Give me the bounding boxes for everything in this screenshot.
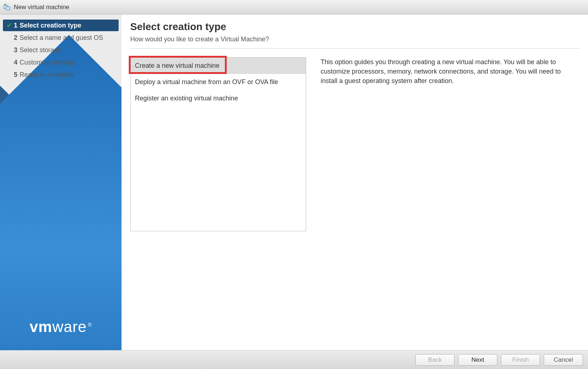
next-button[interactable]: Next: [458, 354, 497, 366]
creation-option-3[interactable]: Register an existing virtual machine: [131, 90, 306, 107]
window-title: New virtual machine: [14, 4, 69, 11]
step-number: 2: [14, 34, 17, 42]
cancel-button[interactable]: Cancel: [544, 354, 583, 366]
wizard-step-5[interactable]: 5Ready to complete: [3, 69, 119, 80]
step-label: Select storage: [20, 46, 61, 54]
creation-option-2[interactable]: Deploy a virtual machine from an OVF or …: [131, 74, 306, 90]
check-icon: ✔: [7, 21, 14, 29]
step-label: Customize settings: [20, 59, 75, 66]
step-number: 3: [14, 46, 17, 54]
wizard-step-3[interactable]: 3Select storage: [3, 45, 119, 56]
finish-button[interactable]: Finish: [501, 354, 540, 366]
step-label: Ready to complete: [20, 71, 74, 79]
creation-option-1[interactable]: Create a new virtual machine: [131, 58, 306, 74]
vmware-logo-vm: vm: [29, 318, 52, 335]
vmware-logo-reg: ®: [88, 322, 92, 328]
wizard-main: Select creation type How would you like …: [122, 14, 588, 350]
option-description: This option guides you through creating …: [321, 57, 579, 344]
step-number: 5: [14, 71, 17, 79]
vmware-logo: vmware®: [0, 318, 122, 336]
wizard-step-2[interactable]: 2Select a name and guest OS: [3, 32, 119, 43]
wizard-step-1[interactable]: ✔1Select creation type: [3, 20, 119, 31]
page-title: Select creation type: [130, 21, 579, 33]
back-button[interactable]: Back: [415, 354, 455, 366]
vmware-logo-ware: ware: [52, 318, 87, 335]
highlight-annotation: [129, 56, 227, 74]
creation-type-list[interactable]: Create a new virtual machineDeploy a vir…: [130, 57, 306, 231]
wizard-step-4[interactable]: 4Customize settings: [3, 57, 119, 68]
vm-new-icon: +: [4, 4, 11, 11]
step-label: Select creation type: [20, 22, 81, 29]
step-number: 1: [14, 22, 17, 29]
step-label: Select a name and guest OS: [20, 34, 103, 42]
wizard-sidebar: ✔1Select creation type2Select a name and…: [0, 14, 122, 350]
step-number: 4: [14, 59, 17, 66]
page-subtitle: How would you like to create a Virtual M…: [130, 36, 579, 49]
wizard-footer: Back Next Finish Cancel: [0, 350, 588, 369]
title-bar: + New virtual machine: [0, 0, 588, 14]
